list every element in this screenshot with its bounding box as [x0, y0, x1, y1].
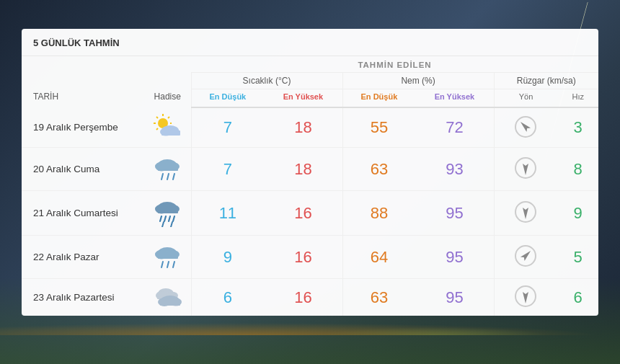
table-row: 19 Aralık Perşembe 7 18 55 72 3	[22, 107, 598, 148]
svg-line-32	[171, 222, 172, 227]
cell-icon	[144, 236, 191, 279]
svg-line-20	[173, 174, 174, 179]
svg-rect-26	[158, 208, 178, 213]
cell-date: 22 Aralık Pazar	[22, 236, 144, 279]
cell-nem-min: 55	[342, 107, 415, 148]
cell-sicak-min: 11	[191, 191, 264, 236]
header-nem-min: En Düşük	[342, 89, 415, 108]
forecast-table: TARİH Hadise TAHMİN EDİLEN Sıcaklık (°C)…	[22, 56, 598, 316]
header-sicak-max: En Yüksek	[264, 89, 342, 108]
cell-nem-min: 64	[342, 236, 415, 279]
header-tarih: TARİH	[22, 56, 144, 107]
cell-icon	[144, 148, 191, 191]
header-ruzgar: Rüzgar (km/sa)	[494, 73, 598, 89]
cell-sicak-max: 16	[264, 236, 342, 279]
svg-marker-34	[523, 208, 528, 219]
svg-line-19	[167, 174, 169, 179]
header-hiz: Hız	[557, 89, 598, 108]
cell-hiz: 5	[557, 236, 598, 279]
cell-date: 19 Aralık Perşembe	[22, 107, 144, 148]
cell-nem-min: 88	[342, 191, 415, 236]
cell-yon	[494, 236, 557, 279]
cell-nem-max: 72	[415, 107, 494, 148]
cell-sicak-max: 18	[264, 107, 342, 148]
cell-sicak-min: 9	[191, 236, 264, 279]
cell-date: 20 Aralık Cuma	[22, 148, 144, 191]
cell-nem-min: 63	[342, 148, 415, 191]
header-sicaklik: Sıcaklık (°C)	[191, 73, 342, 89]
forecast-card: 5 GÜNLÜK TAHMİN TARİH Hadise TAHMİN EDİL…	[22, 29, 598, 316]
cell-icon	[144, 191, 191, 236]
table-row: 23 Aralık Pazartesi 6 16 63 95 6	[22, 279, 598, 316]
svg-line-39	[161, 262, 163, 267]
table-row: 22 Aralık Pazar 9 16 64 95 5	[22, 236, 598, 279]
cell-yon	[494, 191, 557, 236]
svg-marker-13	[519, 120, 531, 132]
header-nem: Nem (%)	[342, 73, 494, 89]
cell-hiz: 3	[557, 107, 598, 148]
header-nem-max: En Yüksek	[415, 89, 494, 108]
cell-yon	[494, 107, 557, 148]
cell-icon	[144, 279, 191, 316]
cell-nem-max: 93	[415, 148, 494, 191]
svg-marker-22	[523, 164, 528, 175]
svg-line-29	[169, 216, 170, 221]
svg-rect-11	[161, 130, 180, 136]
cell-nem-max: 95	[415, 236, 494, 279]
svg-rect-17	[158, 165, 178, 171]
svg-marker-53	[523, 292, 528, 303]
svg-line-28	[164, 216, 166, 221]
cell-sicak-min: 7	[191, 148, 264, 191]
svg-rect-51	[160, 300, 180, 306]
cell-sicak-max: 16	[264, 279, 342, 316]
cell-sicak-min: 7	[191, 107, 264, 148]
cell-nem-max: 95	[415, 191, 494, 236]
cell-icon	[144, 107, 191, 148]
cell-sicak-max: 16	[264, 191, 342, 236]
cell-date: 21 Aralık Cumartesi	[22, 191, 144, 236]
svg-line-18	[161, 174, 163, 179]
table-row: 20 Aralık Cuma 7 18 63 93 8	[22, 148, 598, 191]
svg-line-27	[160, 216, 161, 221]
svg-line-5	[156, 117, 158, 118]
svg-line-31	[162, 222, 164, 227]
svg-marker-43	[521, 249, 533, 261]
cell-hiz: 6	[557, 279, 598, 316]
table-row: 21 Aralık Cumartesi 11 16 88 95 9	[22, 191, 598, 236]
cell-yon	[494, 148, 557, 191]
header-sicak-min: En Düşük	[191, 89, 264, 108]
svg-line-40	[167, 262, 169, 267]
svg-line-30	[173, 216, 174, 221]
cell-nem-min: 63	[342, 279, 415, 316]
cell-date: 23 Aralık Pazartesi	[22, 279, 144, 316]
svg-rect-38	[158, 253, 178, 259]
header-yon: Yön	[494, 89, 557, 108]
cell-sicak-min: 6	[191, 279, 264, 316]
cell-sicak-max: 18	[264, 148, 342, 191]
card-title: 5 GÜNLÜK TAHMİN	[22, 29, 598, 56]
svg-line-6	[168, 117, 169, 118]
svg-line-7	[156, 128, 158, 130]
cell-hiz: 9	[557, 191, 598, 236]
header-hadise: Hadise	[144, 56, 191, 107]
svg-line-41	[173, 262, 174, 267]
cell-nem-max: 95	[415, 279, 494, 316]
cell-hiz: 8	[557, 148, 598, 191]
header-tahmin: TAHMİN EDİLEN	[191, 56, 598, 73]
cell-yon	[494, 279, 557, 316]
